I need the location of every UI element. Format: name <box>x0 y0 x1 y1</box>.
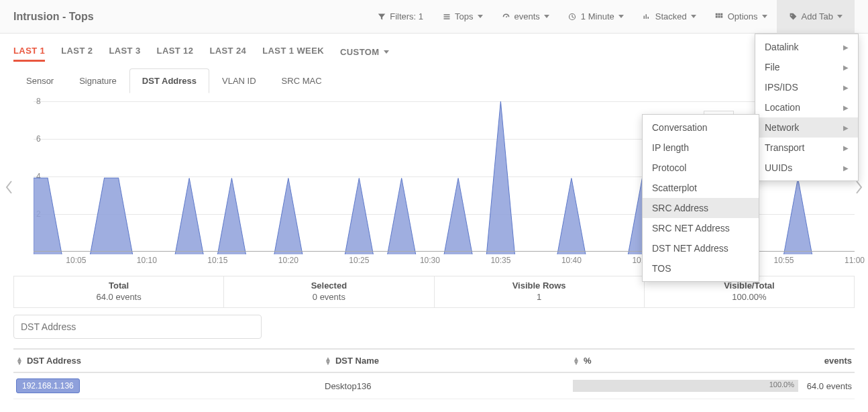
svg-rect-6 <box>720 15 722 17</box>
x-tick-label: 10:25 <box>349 256 369 265</box>
addtab-item-network[interactable]: Network▶ <box>755 117 858 138</box>
caret-down-icon <box>837 15 843 18</box>
timerange-last-12[interactable]: LAST 12 <box>157 46 194 58</box>
svg-rect-4 <box>716 15 718 17</box>
tab-dst-address[interactable]: DST Address <box>129 68 209 93</box>
addtab-item-ips-ids[interactable]: IPS/IDS▶ <box>755 77 858 97</box>
x-tick-label: 10:05 <box>66 256 86 265</box>
caret-down-icon <box>618 15 624 18</box>
addtab-item-uuids[interactable]: UUIDs▶ <box>755 158 858 178</box>
percent-bar: 100.0% <box>573 380 798 392</box>
chart-tabs: SensorSignatureDST AddressVLAN IDSRC MAC <box>0 66 868 93</box>
addtab-control[interactable]: Add Tab <box>777 0 855 34</box>
col-dst-address[interactable]: ▲▼DST Address <box>16 356 325 366</box>
timerange-row: LAST 1LAST 2LAST 3LAST 12LAST 24LAST 1 W… <box>0 34 868 66</box>
tops-label: Tops <box>455 11 473 21</box>
results-table: ▲▼DST Address ▲▼DST Name ▲▼% events 192.… <box>13 348 855 399</box>
chevron-right-icon: ▶ <box>843 64 849 71</box>
summary-rows-head: Visible Rows <box>435 276 644 292</box>
timerange-last-1-week[interactable]: LAST 1 WEEK <box>262 46 324 58</box>
network-item-ip-length[interactable]: IP length <box>643 138 759 158</box>
tops-control[interactable]: Tops <box>433 0 492 34</box>
tab-sensor[interactable]: Sensor <box>13 68 66 93</box>
chevron-right-icon: ▶ <box>843 144 849 152</box>
addtab-label: Add Tab <box>802 11 833 21</box>
granularity-control[interactable]: 1 Minute <box>559 0 633 34</box>
x-tick-label: 10:30 <box>420 256 440 265</box>
x-tick-label: 10:35 <box>490 256 510 265</box>
network-item-protocol[interactable]: Protocol <box>643 158 759 178</box>
svg-rect-3 <box>720 13 722 15</box>
network-item-conversation[interactable]: Conversation <box>643 117 759 138</box>
caret-down-icon <box>384 50 389 54</box>
svg-rect-1 <box>716 13 718 15</box>
tab-src-mac[interactable]: SRC MAC <box>269 68 335 93</box>
sort-icon: ▲▼ <box>325 357 331 365</box>
network-item-tos[interactable]: TOS <box>643 258 759 278</box>
network-item-dst-net-address[interactable]: DST NET Address <box>643 238 759 258</box>
summary-total-val: 64.0 events <box>14 292 223 307</box>
col-dst-name[interactable]: ▲▼DST Name <box>325 356 573 366</box>
summary-ratio-val: 100.00% <box>645 292 854 307</box>
filters-label: Filters: 1 <box>390 11 423 21</box>
list-icon <box>442 12 451 21</box>
svg-rect-5 <box>718 15 720 17</box>
addtab-dropdown: Datalink▶File▶IPS/IDS▶Location▶Network▶T… <box>755 34 859 181</box>
chevron-right-icon: ▶ <box>843 44 849 51</box>
tab-vlan-id[interactable]: VLAN ID <box>209 68 269 93</box>
bars-icon <box>643 12 651 21</box>
caret-down-icon <box>691 15 696 18</box>
timerange-last-2[interactable]: LAST 2 <box>61 46 93 58</box>
x-tick-label: 11:00 <box>845 256 865 265</box>
filters-control[interactable]: Filters: 1 <box>368 0 433 34</box>
tag-icon <box>789 12 798 21</box>
x-tick-label: 10:20 <box>278 256 299 265</box>
caret-down-icon <box>544 15 549 18</box>
addtab-item-location[interactable]: Location▶ <box>755 97 858 117</box>
addtab-item-file[interactable]: File▶ <box>755 57 858 77</box>
col-percent[interactable]: ▲▼% <box>573 356 798 366</box>
sort-icon: ▲▼ <box>573 357 580 365</box>
events-cell: 64.0 events <box>798 381 852 391</box>
dst-name-cell: Desktop136 <box>325 381 573 391</box>
summary-rows-val: 1 <box>435 292 644 307</box>
stacked-label: Stacked <box>655 11 687 21</box>
x-tick-label: 10:10 <box>137 256 157 265</box>
timerange-custom[interactable]: CUSTOM <box>340 46 389 58</box>
grid-icon <box>715 12 724 21</box>
x-tick-label: 10:15 <box>207 256 227 265</box>
summary-total-head: Total <box>14 276 223 292</box>
chevron-right-icon: ▶ <box>843 164 849 172</box>
ip-chip[interactable]: 192.168.1.136 <box>16 378 80 393</box>
network-item-src-net-address[interactable]: SRC NET Address <box>643 218 759 238</box>
timerange-last-3[interactable]: LAST 3 <box>109 46 140 58</box>
x-tick-label: 10:40 <box>561 256 582 265</box>
summary-selected-val: 0 events <box>224 292 433 307</box>
timerange-last-24[interactable]: LAST 24 <box>209 46 246 58</box>
page-title: Intrusion - Tops <box>13 11 94 23</box>
network-submenu: ConversationIP lengthProtocolScatterplot… <box>642 114 759 282</box>
col-events[interactable]: events <box>798 356 852 366</box>
table-row[interactable]: 192.168.1.136Desktop136100.0%64.0 events <box>13 373 855 399</box>
network-item-scatterplot[interactable]: Scatterplot <box>643 178 759 198</box>
network-item-src-address[interactable]: SRC Address <box>643 198 759 218</box>
timerange-last-1[interactable]: LAST 1 <box>13 46 45 62</box>
addtab-item-transport[interactable]: Transport▶ <box>755 138 858 158</box>
tab-signature[interactable]: Signature <box>66 68 129 93</box>
summary-selected-head: Selected <box>224 276 433 292</box>
events-control[interactable]: events <box>492 0 559 34</box>
stacked-control[interactable]: Stacked <box>633 0 706 34</box>
caret-down-icon <box>762 15 767 18</box>
options-control[interactable]: Options <box>706 0 777 34</box>
gauge-icon <box>502 12 510 21</box>
svg-rect-2 <box>718 13 720 15</box>
options-label: Options <box>728 11 758 21</box>
granularity-label: 1 Minute <box>581 11 614 21</box>
topbar: Intrusion - Tops Filters: 1 Tops events … <box>0 0 868 34</box>
addtab-item-datalink[interactable]: Datalink▶ <box>755 37 858 57</box>
events-label: events <box>514 11 540 21</box>
filter-icon <box>377 12 386 21</box>
chevron-right-icon: ▶ <box>843 124 849 132</box>
clock-icon <box>568 12 577 21</box>
dst-address-filter-input[interactable] <box>13 315 262 339</box>
